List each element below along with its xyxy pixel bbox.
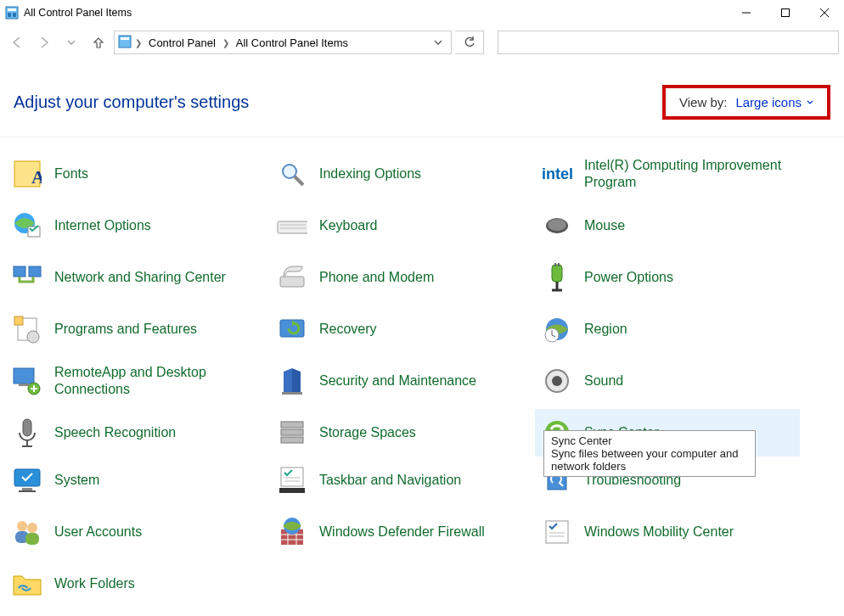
item-label: Fonts (54, 165, 88, 182)
view-by-label: View by: (679, 95, 727, 109)
breadcrumb-current[interactable]: All Control Panel Items (233, 36, 352, 49)
svg-point-22 (548, 219, 566, 231)
search-input[interactable] (498, 31, 839, 54)
control-panel-item[interactable]: System (5, 456, 270, 504)
control-panel-icon (5, 6, 19, 20)
control-panel-item[interactable]: User Accounts (5, 504, 270, 560)
view-by-dropdown[interactable]: View by: Large icons (671, 90, 822, 115)
item-label: Intel(R) Computing Improvement Program (584, 157, 788, 191)
control-panel-item[interactable]: AFonts (5, 146, 270, 202)
item-label: Windows Defender Firewall (319, 524, 485, 540)
mobility-icon (542, 517, 572, 547)
item-label: Storage Spaces (319, 424, 416, 441)
region-icon (542, 314, 572, 344)
control-panel-item[interactable]: Programs and Features (5, 305, 270, 353)
svg-rect-56 (279, 488, 305, 493)
svg-rect-24 (29, 266, 41, 277)
recent-locations-button[interactable] (59, 31, 83, 54)
control-panel-item[interactable]: Region (535, 305, 800, 353)
chevron-right-icon[interactable]: ❯ (222, 38, 229, 48)
chevron-right-icon[interactable]: ❯ (135, 38, 142, 48)
maximize-button[interactable] (766, 0, 805, 25)
svg-rect-52 (19, 490, 36, 492)
item-label: Network and Sharing Center (54, 269, 226, 286)
control-panel-item[interactable]: intelIntel(R) Computing Improvement Prog… (535, 146, 800, 202)
control-panel-item[interactable]: Windows Defender Firewall (270, 504, 535, 560)
back-button[interactable] (5, 31, 29, 54)
svg-point-58 (17, 521, 27, 531)
storage-icon (277, 417, 307, 448)
up-button[interactable] (87, 31, 110, 54)
item-label: Sound (584, 372, 623, 389)
svg-rect-26 (552, 265, 562, 282)
svg-rect-47 (281, 429, 303, 435)
chevron-down-icon (807, 99, 813, 106)
svg-rect-51 (22, 488, 32, 490)
users-icon (12, 517, 42, 547)
control-panel-item[interactable]: Recovery (270, 305, 535, 353)
internet-icon (12, 210, 42, 241)
control-panel-item[interactable]: Phone and Modem (270, 249, 535, 305)
svg-rect-2 (8, 13, 11, 17)
svg-rect-48 (281, 437, 303, 443)
svg-rect-43 (23, 419, 31, 436)
sound-icon (542, 366, 572, 396)
close-button[interactable] (805, 0, 844, 25)
item-label: Keyboard (319, 217, 378, 234)
control-panel-item[interactable]: Storage Spaces (270, 409, 535, 456)
svg-rect-25 (280, 277, 304, 287)
item-label: Phone and Modem (319, 269, 434, 286)
system-icon (12, 465, 42, 496)
indexing-icon (277, 159, 307, 189)
navigation-bar: ❯ Control Panel ❯ All Control Panel Item… (0, 25, 844, 59)
intel-icon: intel (542, 159, 572, 189)
item-label: Work Folders (54, 575, 135, 592)
svg-point-31 (27, 331, 39, 343)
item-label: RemoteApp and Desktop Connections (54, 364, 258, 398)
control-panel-item[interactable]: RemoteApp and Desktop Connections (5, 353, 270, 409)
item-label: Mouse (584, 217, 625, 234)
item-label: Taskbar and Navigation (319, 472, 461, 489)
control-panel-item[interactable]: Mouse (535, 202, 800, 249)
svg-rect-37 (14, 368, 34, 384)
mouse-icon (542, 210, 572, 241)
svg-rect-61 (25, 533, 39, 545)
control-panel-item[interactable]: Taskbar and Navigation (270, 456, 535, 504)
phone-icon (277, 262, 307, 293)
keyboard-icon (277, 210, 307, 241)
item-label: Power Options (584, 269, 673, 286)
breadcrumb-root[interactable]: Control Panel (145, 36, 219, 49)
svg-rect-17 (28, 227, 40, 237)
refresh-button[interactable] (455, 31, 484, 54)
item-label: Security and Maintenance (319, 372, 476, 389)
control-panel-item[interactable]: Windows Mobility Center (535, 504, 800, 560)
window-title: All Control Panel Items (24, 7, 727, 19)
control-panel-item[interactable]: Indexing Options (270, 146, 535, 202)
control-panel-icon (118, 35, 132, 51)
control-panel-item[interactable]: Power Options (535, 249, 800, 305)
item-label: User Accounts (54, 524, 142, 540)
page-heading: Adjust your computer's settings (14, 92, 662, 112)
svg-line-13 (295, 176, 303, 185)
forward-button[interactable] (32, 31, 56, 54)
title-bar: All Control Panel Items (0, 0, 844, 25)
tooltip-title: Sync Center (551, 434, 748, 447)
control-panel-item[interactable]: Speech Recognition (5, 409, 270, 456)
address-history-button[interactable] (429, 36, 447, 49)
item-label: Windows Mobility Center (584, 524, 734, 540)
minimize-button[interactable] (727, 0, 766, 25)
annotation-highlight: View by: Large icons (662, 85, 830, 120)
control-panel-item[interactable]: Internet Options (5, 202, 270, 249)
programs-icon (12, 314, 42, 344)
control-panel-item[interactable]: Security and Maintenance (270, 353, 535, 409)
svg-rect-27 (554, 263, 556, 266)
svg-rect-46 (281, 422, 303, 428)
control-panel-item[interactable]: Network and Sharing Center (5, 249, 270, 305)
control-panel-item[interactable]: Work Folders (5, 560, 270, 608)
tooltip-body: Sync files between your computer and net… (551, 447, 748, 473)
svg-point-12 (283, 165, 296, 178)
address-bar[interactable]: ❯ Control Panel ❯ All Control Panel Item… (114, 31, 452, 54)
svg-point-42 (552, 376, 562, 386)
control-panel-item[interactable]: Sound (535, 353, 800, 409)
control-panel-item[interactable]: Keyboard (270, 202, 535, 249)
